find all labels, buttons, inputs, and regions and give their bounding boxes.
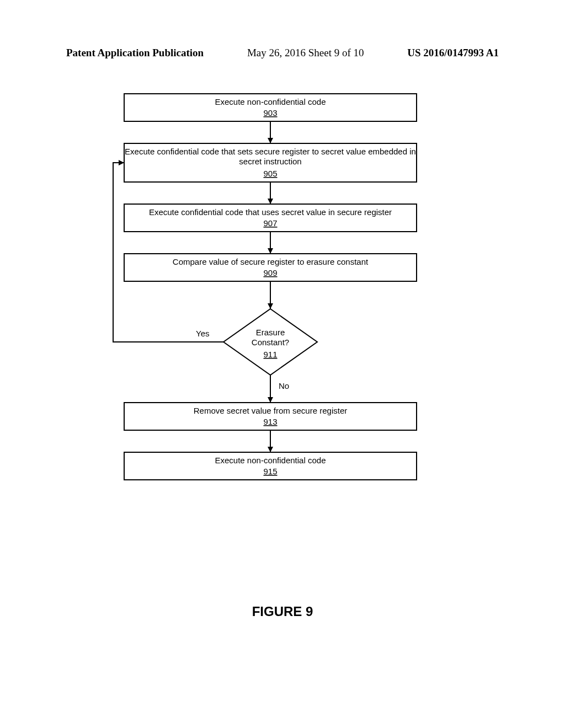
edge-no-label: No <box>279 381 289 390</box>
header-right: US 2016/0147993 A1 <box>407 47 499 59</box>
node-911-ref: 911 <box>263 350 277 359</box>
node-915: Execute non-confidential code 915 <box>124 452 417 480</box>
node-907: Execute confidential code that uses secr… <box>124 204 417 232</box>
node-911-label-1: Erasure <box>256 328 285 337</box>
figure-caption: FIGURE 9 <box>0 604 565 619</box>
node-907-label: Execute confidential code that uses secr… <box>149 207 392 217</box>
node-915-ref: 915 <box>263 467 277 476</box>
edge-yes-label: Yes <box>196 329 209 338</box>
node-903-label: Execute non-confidential code <box>215 97 326 106</box>
flowchart-svg: Execute non-confidential code 903 Execut… <box>0 77 565 596</box>
node-909-label: Compare value of secure register to eras… <box>173 257 369 266</box>
header-mid: May 26, 2016 Sheet 9 of 10 <box>247 47 364 59</box>
node-905-label-2: secret instruction <box>239 157 301 166</box>
node-905: Execute confidential code that sets secu… <box>124 143 417 182</box>
page-header: Patent Application Publication May 26, 2… <box>0 47 565 59</box>
flowchart-container: Execute non-confidential code 903 Execut… <box>0 77 565 598</box>
node-913-label: Remove secret value from secure register <box>194 406 347 415</box>
header-left: Patent Application Publication <box>66 47 204 59</box>
edge-911-905-yes <box>113 163 223 342</box>
node-913-ref: 913 <box>263 417 277 426</box>
node-903: Execute non-confidential code 903 <box>124 94 417 121</box>
node-903-ref: 903 <box>263 108 277 117</box>
node-907-ref: 907 <box>263 218 277 228</box>
node-905-label-1: Execute confidential code that sets secu… <box>125 147 416 156</box>
node-915-label: Execute non-confidential code <box>215 456 326 465</box>
node-913: Remove secret value from secure register… <box>124 403 417 430</box>
node-911-label-2: Constant? <box>252 338 289 347</box>
node-909: Compare value of secure register to eras… <box>124 254 417 281</box>
node-905-ref: 905 <box>263 169 277 178</box>
node-911: Erasure Constant? 911 <box>223 309 317 375</box>
node-909-ref: 909 <box>263 268 277 277</box>
